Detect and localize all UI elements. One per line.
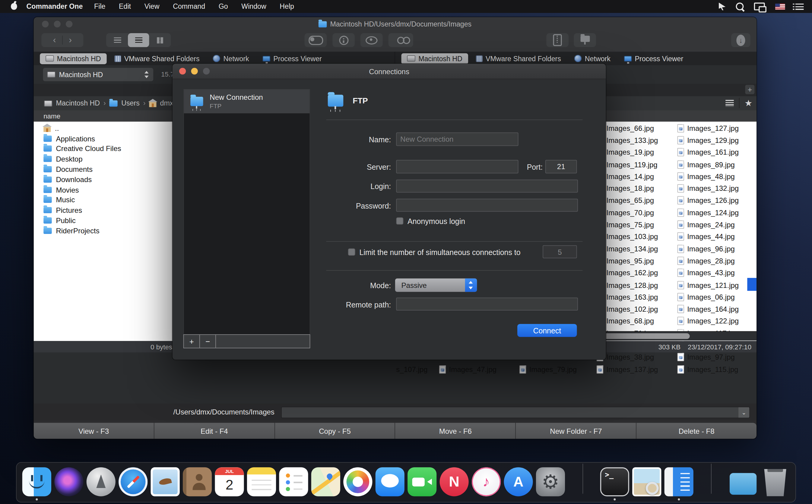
- messages-icon[interactable]: [375, 467, 404, 496]
- downloads-queue-button[interactable]: ↓: [731, 33, 750, 47]
- tab[interactable]: Network: [569, 53, 616, 64]
- tab[interactable]: Macintosh HD: [401, 53, 468, 64]
- menu-item[interactable]: Window: [241, 3, 266, 11]
- file-row[interactable]: Images_122.jpg: [674, 315, 739, 327]
- limit-connections-checkbox[interactable]: [348, 248, 355, 256]
- input-language-flag-icon[interactable]: [775, 3, 785, 10]
- system-preferences-icon[interactable]: ⚙: [536, 467, 565, 496]
- file-row[interactable]: Images_127.jpg: [674, 122, 739, 134]
- app-menu-title[interactable]: Commander One: [27, 3, 83, 11]
- search-files-button[interactable]: [388, 33, 413, 47]
- drive-selector[interactable]: Macintosh HD: [43, 68, 153, 81]
- tab[interactable]: VMware Shared Folders: [109, 53, 205, 64]
- function-button[interactable]: Move - F6: [395, 423, 516, 439]
- contacts-icon[interactable]: [183, 467, 212, 496]
- file-row[interactable]: Images_121.jpg: [674, 279, 739, 291]
- apple-menu-icon[interactable]: [11, 3, 17, 10]
- dock-divider[interactable]: [711, 464, 711, 494]
- detail-view-button[interactable]: [128, 33, 149, 47]
- back-button[interactable]: ‹: [47, 35, 62, 45]
- file-row[interactable]: s_107.jpg: [396, 363, 428, 375]
- file-row[interactable]: Images_28.jpg: [674, 255, 739, 267]
- list-options-icon[interactable]: [725, 99, 734, 106]
- maps-icon[interactable]: [311, 467, 340, 496]
- remote-path-field[interactable]: [396, 298, 578, 310]
- menu-list-icon[interactable]: [795, 3, 804, 10]
- trash-icon[interactable]: [761, 467, 790, 496]
- login-field[interactable]: [396, 180, 578, 193]
- file-row[interactable]: Images_132.jpg: [674, 182, 739, 194]
- command-input[interactable]: ⌄: [281, 407, 750, 418]
- close-window-button[interactable]: [42, 21, 49, 27]
- file-row[interactable]: Images_124.jpg: [674, 206, 739, 219]
- tab[interactable]: Macintosh HD: [40, 53, 106, 64]
- anonymous-checkbox[interactable]: [396, 217, 403, 225]
- favorites-star-icon[interactable]: ★: [744, 99, 752, 107]
- preview-button[interactable]: [360, 33, 383, 47]
- itunes-icon[interactable]: ♪: [472, 467, 501, 496]
- info-button[interactable]: [332, 33, 355, 47]
- file-row[interactable]: Images_161.jpg: [674, 146, 739, 158]
- remove-connection-button[interactable]: −: [200, 335, 216, 348]
- archive-button[interactable]: [546, 33, 569, 47]
- file-row[interactable]: Images_44.jpg: [674, 231, 739, 243]
- tab[interactable]: Process Viewer: [618, 53, 689, 64]
- file-row[interactable]: Images_48.jpg: [674, 170, 739, 182]
- limit-count-field[interactable]: [543, 245, 577, 258]
- network-button[interactable]: [574, 33, 596, 47]
- mail-icon[interactable]: [151, 467, 180, 496]
- connect-button[interactable]: Connect: [517, 324, 577, 337]
- preview-icon[interactable]: [632, 467, 661, 496]
- file-row[interactable]: Images_164.jpg: [674, 303, 739, 315]
- siri-icon[interactable]: [54, 467, 83, 496]
- menu-item[interactable]: Go: [219, 3, 228, 11]
- tab[interactable]: VMware Shared Folders: [470, 53, 567, 64]
- dock-divider[interactable]: [583, 464, 583, 494]
- file-row[interactable]: Images_24.jpg: [674, 219, 739, 231]
- list-view-button[interactable]: [107, 33, 128, 47]
- selected-file-sliver[interactable]: [747, 278, 757, 291]
- file-row[interactable]: Images_137.jpg: [593, 363, 658, 375]
- cursor-tool-icon[interactable]: [719, 3, 725, 11]
- file-row[interactable]: Images_06.jpg: [674, 291, 739, 303]
- dialog-minimize-button[interactable]: [191, 68, 197, 74]
- name-field[interactable]: [396, 133, 518, 146]
- toggle-panels-button[interactable]: [304, 33, 327, 47]
- connection-list-item[interactable]: New ConnectionFTP: [184, 90, 309, 113]
- file-row[interactable]: Images_96.jpg: [674, 243, 739, 255]
- zoom-window-button[interactable]: [66, 21, 72, 27]
- file-row[interactable]: Images_79.jpg: [520, 363, 577, 375]
- breadcrumb-segment[interactable]: Macintosh HD›: [44, 99, 106, 107]
- notes-icon[interactable]: [247, 467, 276, 496]
- function-button[interactable]: Delete - F8: [637, 423, 757, 439]
- appstore-icon[interactable]: A: [504, 467, 533, 496]
- port-field[interactable]: [545, 160, 577, 173]
- launchpad-icon[interactable]: [87, 467, 115, 496]
- minimize-window-button[interactable]: [54, 21, 61, 27]
- password-field[interactable]: [396, 199, 578, 212]
- downloads-icon[interactable]: [730, 473, 757, 495]
- forward-button[interactable]: ›: [63, 35, 78, 45]
- facetime-icon[interactable]: [408, 467, 437, 496]
- function-button[interactable]: Copy - F5: [275, 423, 395, 439]
- menu-item[interactable]: Help: [280, 3, 294, 11]
- commander-one-icon[interactable]: [665, 467, 694, 496]
- file-row[interactable]: Images_126.jpg: [674, 194, 739, 206]
- file-row[interactable]: Images_129.jpg: [674, 134, 739, 146]
- file-row[interactable]: Images_115.jpg: [674, 363, 739, 375]
- path-dropdown-button[interactable]: ⌄: [738, 407, 749, 417]
- finder-icon[interactable]: [22, 467, 51, 496]
- function-button[interactable]: Edit - F4: [154, 423, 274, 439]
- grid-view-button[interactable]: [149, 33, 170, 47]
- tab[interactable]: Process Viewer: [257, 53, 327, 64]
- menu-item[interactable]: File: [94, 3, 105, 11]
- mode-select[interactable]: Passive: [395, 279, 477, 292]
- function-button[interactable]: New Folder - F7: [516, 423, 636, 439]
- news-icon[interactable]: N: [440, 467, 469, 496]
- file-row[interactable]: Images_97.jpg: [674, 351, 739, 363]
- file-row[interactable]: Images_43.jpg: [674, 267, 739, 279]
- display-mirroring-icon[interactable]: [754, 3, 765, 11]
- server-field[interactable]: [396, 160, 518, 173]
- file-row[interactable]: Images_47.jpg: [439, 363, 497, 375]
- reminders-icon[interactable]: [279, 467, 308, 496]
